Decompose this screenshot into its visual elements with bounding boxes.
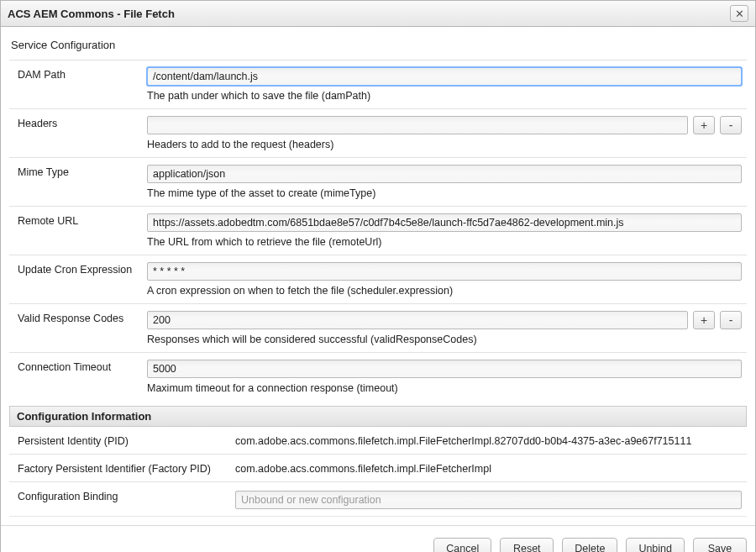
delete-button[interactable]: Delete bbox=[562, 538, 617, 552]
pid-row: Persistent Identity (PID) com.adobe.acs.… bbox=[9, 427, 747, 454]
timeout-desc: Maximum timeout for a connection respons… bbox=[147, 382, 742, 394]
cancel-button[interactable]: Cancel bbox=[433, 538, 491, 552]
cron-desc: A cron expression on when to fetch the f… bbox=[147, 285, 742, 297]
valid-codes-remove-button[interactable]: - bbox=[720, 311, 742, 329]
valid-codes-add-button[interactable]: + bbox=[693, 311, 715, 329]
timeout-input[interactable] bbox=[147, 360, 742, 378]
dam-path-desc: The path under which to save the file (d… bbox=[147, 90, 742, 102]
binding-row: Configuration Binding bbox=[9, 481, 747, 516]
dialog-title: ACS AEM Commons - File Fetch bbox=[8, 8, 175, 20]
plus-icon: + bbox=[701, 314, 707, 326]
config-info-header: Configuration Information bbox=[9, 406, 747, 427]
headers-remove-button[interactable]: - bbox=[720, 116, 742, 134]
remote-url-label: Remote URL bbox=[18, 213, 144, 248]
unbind-button[interactable]: Unbind bbox=[626, 538, 685, 552]
headers-input[interactable] bbox=[147, 116, 688, 134]
dialog-content: Service Configuration DAM Path The path … bbox=[1, 27, 755, 525]
save-button[interactable]: Save bbox=[693, 538, 747, 552]
binding-label: Configuration Binding bbox=[18, 489, 232, 509]
field-timeout: Connection Timeout Maximum timeout for a… bbox=[9, 352, 747, 401]
mime-type-label: Mime Type bbox=[18, 165, 144, 199]
field-mime-type: Mime Type The mime type of the asset to … bbox=[9, 157, 747, 206]
valid-codes-label: Valid Response Codes bbox=[18, 311, 144, 345]
valid-codes-input[interactable] bbox=[147, 311, 688, 329]
mime-type-desc: The mime type of the asset to create (mi… bbox=[147, 187, 742, 199]
fpid-value: com.adobe.acs.commons.filefetch.impl.Fil… bbox=[235, 461, 742, 475]
dam-path-label: DAM Path bbox=[18, 67, 144, 102]
mime-type-input[interactable] bbox=[147, 165, 742, 183]
pid-label: Persistent Identity (PID) bbox=[18, 434, 232, 447]
plus-icon: + bbox=[701, 119, 707, 131]
headers-add-button[interactable]: + bbox=[693, 116, 715, 134]
close-button[interactable]: ✕ bbox=[730, 5, 748, 22]
close-icon: ✕ bbox=[735, 8, 744, 19]
cron-label: Update Cron Expression bbox=[18, 262, 144, 297]
remote-url-desc: The URL from which to retrieve the file … bbox=[147, 236, 742, 248]
timeout-label: Connection Timeout bbox=[18, 360, 144, 394]
fpid-label: Factory Persistent Identifier (Factory P… bbox=[18, 461, 232, 475]
field-dam-path: DAM Path The path under which to save th… bbox=[9, 60, 747, 108]
binding-input bbox=[235, 491, 742, 509]
reset-button[interactable]: Reset bbox=[500, 538, 554, 552]
field-valid-codes: Valid Response Codes + - Responses which… bbox=[9, 303, 747, 352]
minus-icon: - bbox=[729, 314, 733, 326]
field-headers: Headers + - Headers to add to the reques… bbox=[9, 108, 747, 157]
dialog-footer: Cancel Reset Delete Unbind Save bbox=[1, 525, 755, 552]
config-dialog: ACS AEM Commons - File Fetch ✕ Service C… bbox=[0, 0, 756, 552]
field-remote-url: Remote URL The URL from which to retriev… bbox=[9, 206, 747, 255]
dam-path-input[interactable] bbox=[147, 67, 742, 86]
headers-label: Headers bbox=[18, 116, 144, 150]
minus-icon: - bbox=[729, 119, 733, 131]
cron-input[interactable] bbox=[147, 262, 742, 281]
remote-url-input[interactable] bbox=[147, 213, 742, 232]
titlebar: ACS AEM Commons - File Fetch ✕ bbox=[1, 1, 755, 27]
valid-codes-desc: Responses which will be considered succe… bbox=[147, 334, 742, 345]
dialog-subtitle: Service Configuration bbox=[11, 39, 747, 51]
field-cron: Update Cron Expression A cron expression… bbox=[9, 255, 747, 303]
pid-value: com.adobe.acs.commons.filefetch.impl.Fil… bbox=[235, 434, 742, 447]
fpid-row: Factory Persistent Identifier (Factory P… bbox=[9, 454, 747, 481]
headers-desc: Headers to add to the request (headers) bbox=[147, 139, 742, 150]
